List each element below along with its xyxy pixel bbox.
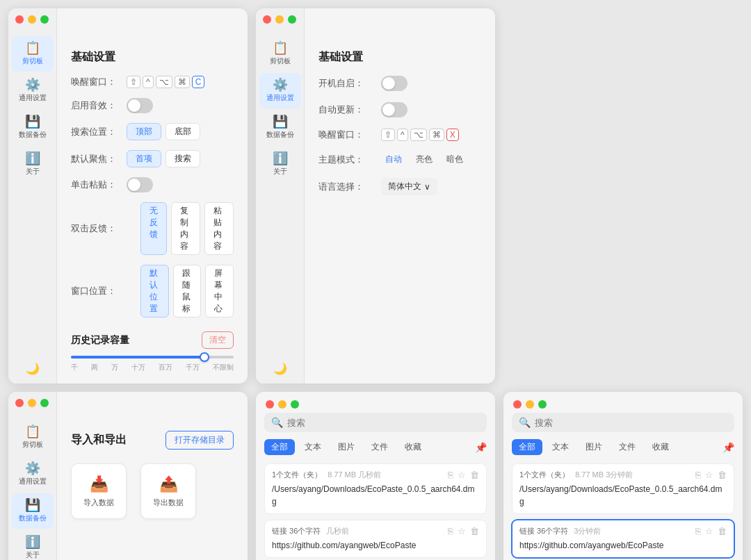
tab-all-right[interactable]: 全部 (512, 439, 542, 455)
size-info: 8.77 MB 3分钟前 (575, 470, 633, 480)
traffic-light-yellow[interactable] (278, 400, 286, 409)
trash-icon[interactable]: 🗑 (718, 526, 727, 536)
theme-dark[interactable]: 暗色 (442, 152, 467, 167)
sidebar-item-backup[interactable]: 💾 数据备份 (12, 493, 54, 529)
sidebar-item-backup[interactable]: 💾 数据备份 (12, 110, 54, 145)
pill-copy[interactable]: 复制内容 (171, 202, 200, 255)
chevron-down-icon: ∨ (424, 182, 430, 192)
sidebar-item-clipboard[interactable]: 📋 剪切板 (12, 420, 54, 455)
traffic-light-red[interactable] (263, 15, 271, 24)
traffic-light-red[interactable] (513, 400, 522, 409)
sidebar-item-label: 数据备份 (266, 130, 294, 140)
ie-cards: 📥 导入数据 📤 导出数据 (71, 463, 234, 519)
traffic-light-red[interactable] (15, 15, 24, 24)
trash-icon[interactable]: 🗑 (470, 470, 479, 480)
traffic-light-yellow[interactable] (28, 15, 36, 24)
tab-image-right[interactable]: 图片 (579, 439, 609, 455)
traffic-light-green[interactable] (40, 399, 49, 407)
tab-file-right[interactable]: 文件 (612, 439, 643, 455)
star-icon[interactable]: ☆ (458, 470, 466, 480)
auto-start-toggle[interactable] (381, 76, 407, 91)
traffic-light-red[interactable] (15, 399, 24, 407)
pill-top[interactable]: 顶部 (127, 123, 161, 140)
pin-icon[interactable]: 📌 (475, 442, 487, 453)
sidebar-item-clipboard[interactable]: 📋 剪切板 (12, 36, 54, 72)
tab-text[interactable]: 文本 (298, 439, 328, 455)
copy-icon[interactable]: ⎘ (448, 526, 453, 536)
tab-fav-right[interactable]: 收藏 (645, 439, 676, 455)
info-icon: ℹ️ (25, 536, 40, 548)
sidebar-item-clipboard[interactable]: 📋 剪切板 (259, 36, 301, 72)
pill-bottom[interactable]: 底部 (165, 123, 200, 140)
traffic-light-red[interactable] (266, 400, 274, 409)
history-slider[interactable]: 千 两 万 十万 百万 千万 不限制 (71, 356, 234, 372)
pill-paste[interactable]: 粘贴内容 (204, 202, 234, 255)
search-position-row: 搜索位置： 顶部 底部 (71, 123, 234, 140)
theme-light[interactable]: 亮色 (412, 152, 437, 167)
search-input[interactable] (287, 418, 480, 428)
star-icon[interactable]: ☆ (458, 526, 466, 536)
pill-search[interactable]: 搜索 (165, 150, 200, 167)
import-card[interactable]: 📥 导入数据 (71, 463, 127, 519)
key-shift: ⇧ (127, 76, 140, 88)
pill-first[interactable]: 首项 (127, 150, 161, 167)
clip-actions: ⎘ ☆ 🗑 (448, 470, 479, 480)
pill-none[interactable]: 无反馈 (140, 202, 167, 255)
pill-follow[interactable]: 跟随鼠标 (173, 265, 202, 318)
sidebar-item-label: 通用设置 (19, 477, 47, 486)
trash-icon[interactable]: 🗑 (470, 526, 479, 536)
traffic-light-green[interactable] (291, 400, 299, 409)
search-icon: 🔍 (519, 417, 531, 428)
single-paste-toggle[interactable] (127, 177, 153, 192)
tab-file[interactable]: 文件 (364, 439, 395, 455)
size-info: 8.77 MB 几秒前 (328, 470, 381, 480)
key-ctrl: ^ (143, 76, 154, 88)
pill-center[interactable]: 屏幕中心 (205, 265, 234, 318)
double-click-row: 双击反馈： 无反馈 复制内容 粘贴内容 (71, 202, 234, 255)
pill-default[interactable]: 默认位置 (140, 265, 169, 318)
theme-toggle-bottom[interactable]: 🌙 (26, 362, 40, 375)
trash-icon[interactable]: 🗑 (718, 470, 727, 480)
sidebar-item-about[interactable]: ℹ️ 关于 (12, 530, 54, 560)
search-input-right[interactable] (535, 418, 727, 428)
sidebar-item-about[interactable]: ℹ️ 关于 (259, 147, 301, 182)
enable-sound-row: 启用音效： (71, 98, 234, 113)
clear-history-button[interactable]: 清空 (202, 331, 234, 349)
tab-image[interactable]: 图片 (331, 439, 362, 455)
copy-icon[interactable]: ⎘ (695, 470, 701, 480)
traffic-light-green[interactable] (538, 400, 547, 409)
slider-track (71, 356, 234, 359)
slider-thumb[interactable] (200, 352, 209, 362)
sidebar-item-about[interactable]: ℹ️ 关于 (12, 147, 54, 182)
sidebar-item-general[interactable]: ⚙️ 通用设置 (12, 456, 54, 492)
tab-fav[interactable]: 收藏 (398, 439, 428, 455)
traffic-light-green[interactable] (288, 15, 296, 24)
theme-toggle-bottom[interactable]: 🌙 (273, 362, 287, 375)
star-icon[interactable]: ☆ (705, 526, 713, 536)
main-content-bottom-left: 导入和导出 打开存储目录 📥 导入数据 📤 导出数据 (57, 392, 248, 560)
star-icon[interactable]: ☆ (705, 470, 713, 480)
traffic-light-yellow[interactable] (28, 399, 36, 407)
traffic-light-yellow[interactable] (275, 15, 284, 24)
traffic-light-yellow[interactable] (526, 400, 534, 409)
traffic-light-green[interactable] (40, 15, 49, 24)
auto-update-toggle[interactable] (381, 102, 407, 117)
filter-tabs-right: 全部 文本 图片 文件 收藏 📌 (512, 439, 734, 455)
sidebar-item-general[interactable]: ⚙️ 通用设置 (12, 73, 54, 108)
tab-all[interactable]: 全部 (264, 439, 295, 455)
enable-sound-toggle[interactable] (127, 98, 153, 113)
history-header: 历史记录容量 清空 (71, 331, 234, 349)
sidebar-item-backup[interactable]: 💾 数据备份 (259, 110, 301, 145)
pin-icon-right[interactable]: 📌 (722, 442, 734, 453)
copy-icon[interactable]: ⎘ (695, 526, 701, 536)
language-row: 语言选择： 简体中文 ∨ (318, 178, 481, 195)
copy-icon[interactable]: ⎘ (448, 470, 453, 480)
theme-auto[interactable]: 自动 (381, 152, 406, 167)
export-card[interactable]: 📤 导出数据 (140, 463, 196, 519)
import-icon: 📥 (90, 475, 108, 493)
tab-text-right[interactable]: 文本 (545, 439, 576, 455)
language-select[interactable]: 简体中文 ∨ (381, 178, 437, 195)
sidebar-item-general[interactable]: ⚙️ 通用设置 (259, 73, 301, 108)
wake-window-row: 唤醒窗口： ⇧ ^ ⌥ ⌘ C (71, 76, 234, 88)
open-directory-button[interactable]: 打开存储目录 (165, 431, 234, 450)
